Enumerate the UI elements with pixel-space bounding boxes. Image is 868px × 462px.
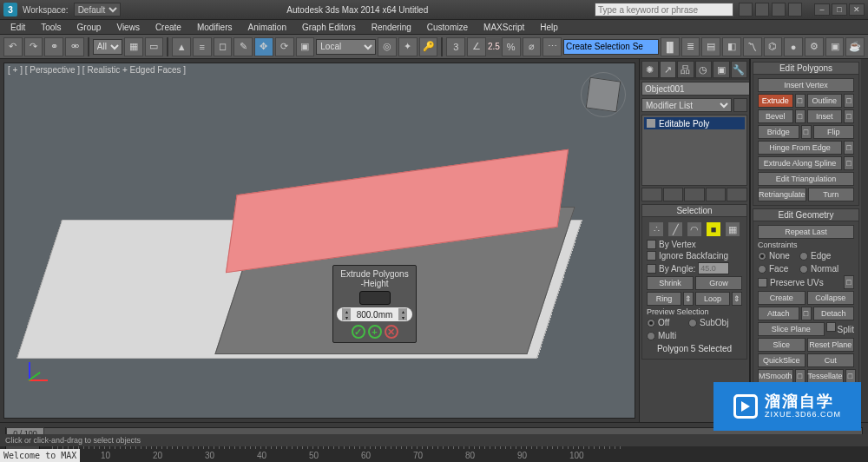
motion-tab-icon[interactable]: ◷ bbox=[695, 61, 713, 78]
modifier-stack[interactable]: Editable Poly bbox=[641, 115, 747, 186]
tessellate-settings-button[interactable]: □ bbox=[845, 369, 856, 383]
selection-rollout-header[interactable]: Selection bbox=[642, 205, 746, 217]
quickslice-button[interactable]: QuickSlice bbox=[758, 353, 806, 367]
extrude-height-spinner[interactable]: ▴▾ ▴▾ bbox=[337, 307, 412, 321]
rotate-button[interactable]: ⟳ bbox=[275, 37, 294, 56]
select-by-name-button[interactable]: ≡ bbox=[193, 37, 212, 56]
ring-spinner[interactable]: ⇕ bbox=[683, 292, 694, 306]
menu-views[interactable]: Views bbox=[109, 22, 147, 33]
modifier-list-dropdown[interactable]: Modifier List bbox=[641, 98, 732, 112]
configure-sets-button[interactable] bbox=[727, 188, 747, 201]
display-tab-icon[interactable]: ▣ bbox=[713, 61, 730, 78]
preserve-uvs-settings[interactable]: □ bbox=[844, 275, 854, 289]
flip-button[interactable]: Flip bbox=[813, 125, 855, 139]
curve-editor-button[interactable]: 〽 bbox=[743, 37, 762, 56]
help-search-input[interactable] bbox=[595, 3, 733, 16]
detach-button[interactable]: Detach bbox=[813, 307, 855, 320]
maximize-button[interactable]: □ bbox=[832, 3, 847, 16]
by-angle-value[interactable]: 45.0 bbox=[698, 262, 729, 274]
use-center-button[interactable]: ◎ bbox=[378, 37, 397, 56]
spinner-snap-button[interactable]: ⌀ bbox=[523, 37, 542, 56]
menu-graph-editors[interactable]: Graph Editors bbox=[295, 22, 363, 33]
hinge-button[interactable]: Hinge From Edge bbox=[758, 141, 842, 155]
ring-button[interactable]: Ring bbox=[647, 292, 681, 306]
msmooth-settings-button[interactable]: □ bbox=[795, 369, 806, 383]
viewport-label[interactable]: [ + ] [ Perspective ] [ Realistic + Edge… bbox=[8, 65, 186, 75]
slice-button[interactable]: Slice bbox=[758, 338, 806, 352]
constraint-none-radio[interactable] bbox=[758, 252, 766, 261]
link-button[interactable]: ⚭ bbox=[44, 37, 63, 56]
ref-coord-system[interactable]: Local bbox=[316, 39, 376, 55]
spinner-increase-icon[interactable]: ▴▾ bbox=[398, 308, 407, 320]
subobj-polygon-icon[interactable]: ■ bbox=[706, 221, 721, 237]
by-vertex-checkbox[interactable] bbox=[647, 240, 656, 249]
render-setup-button[interactable]: ⚙ bbox=[805, 37, 824, 56]
extrude-apply-button[interactable]: + bbox=[368, 325, 382, 339]
reset-plane-button[interactable]: Reset Plane bbox=[807, 338, 855, 352]
extrude-cancel-button[interactable]: ✕ bbox=[385, 325, 398, 339]
stack-expand-icon[interactable] bbox=[647, 119, 655, 128]
outline-button[interactable]: Outline bbox=[807, 94, 843, 108]
extrude-spline-button[interactable]: Extrude Along Spline bbox=[758, 156, 842, 170]
constraint-normal-radio[interactable] bbox=[799, 265, 808, 274]
render-button[interactable]: ☕ bbox=[845, 37, 865, 56]
inset-settings-button[interactable]: □ bbox=[844, 109, 854, 123]
constraint-face-radio[interactable] bbox=[758, 265, 766, 274]
modify-tab-icon[interactable]: ↗ bbox=[660, 61, 677, 78]
maxscript-listener[interactable]: Welcome to MAX bbox=[0, 449, 80, 462]
redo-button[interactable]: ↷ bbox=[24, 37, 43, 56]
snap-toggle-button[interactable]: 3 bbox=[446, 37, 465, 56]
favorites-icon[interactable] bbox=[755, 3, 769, 16]
extrude-caddy[interactable]: Extrude Polygons -Height ▴▾ ▴▾ ✓ + ✕ bbox=[332, 265, 417, 343]
constraint-edge-radio[interactable] bbox=[799, 252, 808, 261]
select-object-button[interactable]: ▲ bbox=[172, 37, 191, 56]
spinner-decrease-icon[interactable]: ▴▾ bbox=[342, 308, 351, 320]
preserve-uvs-checkbox[interactable] bbox=[758, 278, 767, 287]
undo-button[interactable]: ↶ bbox=[3, 37, 23, 56]
manipulate-button[interactable]: ✦ bbox=[398, 37, 418, 56]
selection-filter[interactable]: All bbox=[93, 39, 122, 55]
utilities-tab-icon[interactable]: 🔧 bbox=[731, 61, 748, 78]
subobj-border-icon[interactable]: ◠ bbox=[687, 221, 702, 237]
paint-selection-button[interactable]: ✎ bbox=[233, 37, 253, 56]
minimize-button[interactable]: – bbox=[814, 3, 830, 16]
shrink-button[interactable]: Shrink bbox=[647, 276, 694, 290]
loop-button[interactable]: Loop bbox=[695, 292, 730, 306]
menu-modifiers[interactable]: Modifiers bbox=[190, 22, 240, 33]
collapse-button[interactable]: Collapse bbox=[807, 291, 855, 305]
bridge-button[interactable]: Bridge bbox=[758, 125, 799, 139]
extrude-spline-settings-button[interactable]: □ bbox=[844, 156, 854, 170]
loop-spinner[interactable]: ⇕ bbox=[732, 292, 742, 306]
bevel-settings-button[interactable]: □ bbox=[795, 109, 806, 123]
hierarchy-tab-icon[interactable]: 品 bbox=[677, 61, 694, 78]
hinge-settings-button[interactable]: □ bbox=[844, 141, 854, 155]
modifier-sets-icon[interactable] bbox=[733, 98, 747, 112]
attach-list-button[interactable]: □ bbox=[801, 307, 812, 320]
viewport[interactable]: [ + ] [ Perspective ] [ Realistic + Edge… bbox=[3, 63, 635, 419]
pin-stack-button[interactable] bbox=[641, 188, 662, 201]
key-mode-button[interactable]: 🔑 bbox=[419, 37, 438, 56]
subobj-element-icon[interactable]: ▦ bbox=[725, 221, 740, 237]
edit-polygons-header[interactable]: Edit Polygons bbox=[753, 63, 858, 75]
make-unique-button[interactable] bbox=[684, 188, 705, 201]
menu-tools[interactable]: Tools bbox=[34, 22, 68, 33]
inset-button[interactable]: Inset bbox=[807, 109, 843, 123]
subobj-edge-icon[interactable]: ╱ bbox=[667, 221, 683, 237]
menu-edit[interactable]: Edit bbox=[3, 22, 32, 33]
close-button[interactable]: ✕ bbox=[849, 3, 865, 16]
align-button[interactable]: ≣ bbox=[681, 37, 700, 56]
graphite-button[interactable]: ◧ bbox=[722, 37, 741, 56]
menu-animation[interactable]: Animation bbox=[240, 22, 293, 33]
preview-off-radio[interactable] bbox=[647, 319, 655, 327]
modifier-stack-item[interactable]: Editable Poly bbox=[644, 117, 745, 129]
scale-button[interactable]: ▣ bbox=[296, 37, 315, 56]
viewcube-icon[interactable] bbox=[586, 77, 621, 113]
layer-button[interactable]: ▤ bbox=[701, 37, 720, 56]
selection-region-button[interactable]: ▭ bbox=[145, 37, 164, 56]
named-selection-set[interactable] bbox=[563, 39, 659, 55]
help-icon[interactable] bbox=[788, 3, 802, 16]
split-checkbox[interactable] bbox=[826, 322, 836, 332]
render-frame-button[interactable]: ▣ bbox=[825, 37, 845, 56]
object-name-field[interactable] bbox=[641, 82, 750, 96]
tessellate-button[interactable]: Tessellate bbox=[807, 369, 844, 383]
